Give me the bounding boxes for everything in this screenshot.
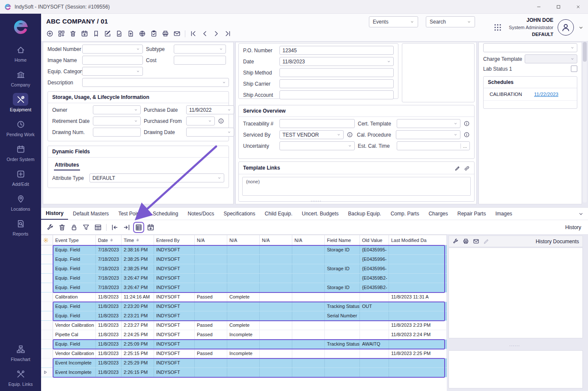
mail-button[interactable] (473, 238, 479, 245)
purchased-from-dropdown[interactable] (186, 116, 215, 125)
sidebar-item-order-system[interactable]: Order System (1, 140, 40, 164)
print-button[interactable] (463, 238, 469, 245)
nav-prev-button[interactable] (201, 30, 208, 37)
attribute-type-dropdown[interactable]: DEFAULT (89, 173, 224, 182)
ship-method-input[interactable] (279, 68, 394, 77)
tab-notes-docs[interactable]: Notes/Docs (183, 208, 219, 220)
column-header-n-a[interactable]: N/A (292, 235, 325, 245)
tab-test-points[interactable]: Test Points (113, 208, 148, 220)
apps-grid-button[interactable] (493, 23, 502, 32)
uncertainty-dropdown[interactable] (279, 141, 355, 150)
history-row[interactable]: Equip. Field11/8/20232:23:20 PMINDYSOFTT… (41, 302, 447, 311)
column-header-field-name[interactable]: Field Name (325, 235, 360, 245)
retirement-date-dropdown[interactable] (93, 116, 141, 125)
sidebar-item-company[interactable]: Company (1, 65, 40, 90)
template-links-list[interactable]: (none) (242, 177, 471, 196)
history-row[interactable]: Vendor Calibration11/8/20232:23:27 PMIND… (41, 321, 447, 330)
import-left-button[interactable] (111, 224, 119, 231)
sidebar-item-locations[interactable]: Locations (1, 189, 40, 214)
schedule-row[interactable]: CALIBRATION 11/22/2023 (484, 88, 577, 101)
user-menu-chevron[interactable] (578, 24, 584, 31)
attributes-tab[interactable]: Attributes (54, 161, 80, 170)
calendar-star-button[interactable] (147, 224, 154, 231)
owner-dropdown[interactable] (93, 105, 141, 114)
lab-status-checkbox[interactable] (571, 66, 577, 72)
events-dropdown[interactable]: Events (369, 16, 418, 27)
filter-button[interactable] (82, 224, 90, 231)
po-number-input[interactable]: 12345 (279, 46, 394, 55)
tab-charges[interactable]: Charges (424, 208, 452, 220)
minimize-button[interactable] (529, 0, 549, 14)
clipboard-check-button[interactable] (150, 30, 157, 37)
globe-button[interactable] (139, 30, 146, 37)
tab-specifications[interactable]: Specifications (219, 208, 260, 220)
tab-child-equip[interactable]: Child Equip. (260, 208, 297, 220)
doc-check-button[interactable] (116, 30, 123, 37)
history-row[interactable]: Equip. Field7/18/20233:26:47 PMINDYSOFTS… (41, 283, 447, 293)
tab-default-masters[interactable]: Default Masters (68, 208, 113, 220)
calendar-plus-button[interactable] (81, 30, 88, 37)
purchased-from-info-button[interactable] (218, 118, 224, 124)
drawing-num-input[interactable] (93, 128, 141, 137)
history-row[interactable]: Equip. Field7/18/20232:38:25 PMINDYSOFTS… (41, 264, 447, 274)
cal-procedure-dropdown[interactable] (396, 130, 460, 139)
sidebar-item-flowchart[interactable]: Flowchart (1, 340, 40, 364)
grid-corner[interactable] (41, 235, 53, 245)
documents-splitter-handle[interactable]: ⋅⋅⋅⋅⋅⋅ (509, 345, 520, 347)
history-row[interactable]: Equip. Field11/8/20232:25:09 PMINDYSOFTT… (41, 340, 447, 349)
search-dropdown[interactable]: Search (426, 16, 475, 27)
schedule-date-link[interactable]: 11/22/2023 (534, 92, 558, 97)
tab-images[interactable]: Images (490, 208, 517, 220)
ship-account-input[interactable] (279, 90, 394, 99)
mail-button[interactable] (173, 30, 181, 37)
nav-last-button[interactable] (224, 30, 232, 37)
column-header-n-a[interactable]: N/A (227, 235, 260, 245)
est-cal-time-input[interactable]: ... (397, 141, 470, 150)
history-row[interactable]: Event Incomplete11/8/20232:25:29 PMINDYS… (41, 358, 447, 368)
tab-repair-parts[interactable]: Repair Parts (453, 208, 491, 220)
sidebar-item-home[interactable]: Home (1, 40, 40, 65)
form-scrollbar[interactable] (583, 42, 587, 203)
history-row[interactable]: Equip. Field7/18/20232:38:16 PMINDYSOFTS… (41, 245, 447, 255)
column-header-n-a[interactable]: N/A (195, 235, 227, 245)
serviced-by-dropdown[interactable]: TEST VENDOR (279, 130, 344, 139)
column-header-n-a[interactable]: N/A (260, 235, 292, 245)
cost-input[interactable] (174, 56, 226, 65)
purchase-date-dropdown[interactable]: 11/9/2022 (186, 105, 234, 114)
column-header-last-modified-da[interactable]: Last Modified Da (389, 235, 447, 245)
column-header-event-type[interactable]: Event Type (53, 235, 96, 245)
cert-template-dropdown[interactable] (397, 119, 460, 128)
grid-plus-button[interactable] (58, 30, 65, 37)
history-row[interactable]: Equip. Field11/8/20232:23:21 PMINDYSOFTS… (41, 311, 447, 321)
description-dropdown[interactable] (82, 78, 229, 87)
sidebar-item-equip-links[interactable]: Equip. Links (1, 364, 40, 389)
history-grid[interactable]: Event TypeDateTimeEntered ByN/AN/AN/AN/A… (41, 235, 447, 391)
tab-backup-equip[interactable]: Backup Equip. (343, 208, 386, 220)
import-right-button[interactable] (123, 224, 131, 231)
history-documents-preview[interactable] (448, 350, 583, 388)
equip-category-dropdown[interactable] (82, 67, 143, 76)
edit-template-links-button[interactable] (454, 164, 460, 172)
model-number-dropdown[interactable] (82, 45, 143, 54)
link-template-button[interactable] (464, 164, 470, 172)
trash-button[interactable] (58, 224, 66, 231)
column-header-entered-by[interactable]: Entered By (154, 235, 195, 245)
sidebar-item-add-edit[interactable]: Add/Edit (1, 164, 40, 189)
doc-export-button[interactable] (127, 30, 134, 37)
collapse-panel-button[interactable] (578, 210, 584, 218)
cert-template-info-button[interactable] (463, 120, 470, 127)
nav-first-button[interactable] (190, 30, 197, 37)
column-header-old-value[interactable]: Old Value (360, 235, 389, 245)
est-cal-time-more-button[interactable]: ... (460, 143, 467, 149)
tab-scheduling[interactable]: Scheduling (148, 208, 183, 220)
ship-carrier-input[interactable] (279, 79, 394, 88)
circle-plus-button[interactable] (46, 30, 53, 37)
details-button[interactable] (135, 224, 143, 231)
tab-uncert-budgets[interactable]: Uncert. Budgets (297, 208, 343, 220)
close-button[interactable] (568, 0, 588, 14)
sidebar-item-pending-work[interactable]: Pending Work (1, 115, 40, 140)
top-cut-dropdown[interactable] (483, 43, 577, 52)
wrench-button[interactable] (452, 238, 459, 245)
cal-procedure-info-button[interactable] (463, 131, 470, 138)
history-row[interactable]: Equip. Field7/18/20232:38:25 PMINDYSOFT{… (41, 255, 447, 264)
